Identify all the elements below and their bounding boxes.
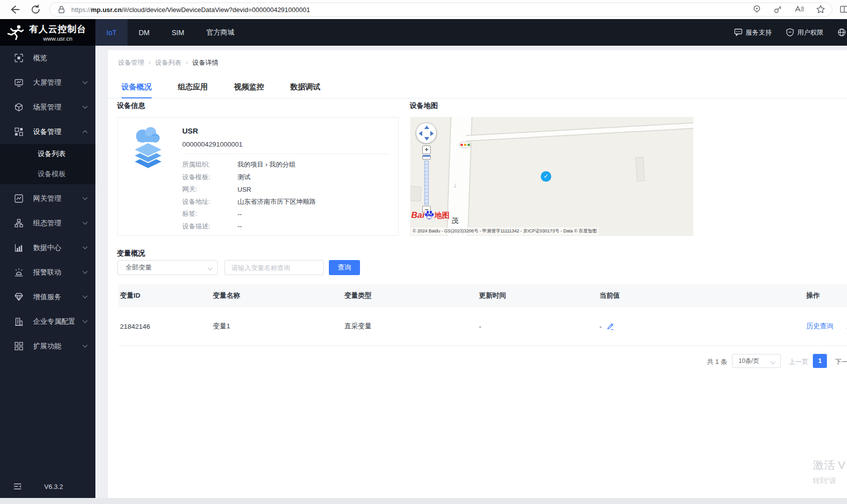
variables-title: 变量概况 [117,249,145,258]
sidebar-subitem-device-template[interactable]: 设备模板 [0,164,95,184]
user-permission-label: 用户权限 [797,28,823,37]
pan-right-icon[interactable] [430,131,434,136]
back-icon[interactable] [9,4,20,15]
next-page-button[interactable]: 下一页 [835,357,847,366]
oneway-arrow: ↓ [453,181,457,189]
location-icon[interactable] [752,5,762,14]
breadcrumb-device-list[interactable]: 设备列表 [155,58,181,67]
chevron-down-icon [83,343,88,348]
overview-icon [15,54,23,62]
browser-toolbar: https://mp.usr.cn/#/cloud/device/ViewDev… [0,0,847,19]
sidebar-item-data-center[interactable]: 数据中心 [0,235,95,260]
sidebar-item-gateway-mgmt[interactable]: 网关管理 [0,186,95,211]
field-label: 所属组织: [182,160,237,169]
baidu-logo-bai: Bai [411,210,424,220]
sidebar-item-overview[interactable]: 概览 [0,46,95,70]
edit-pencil-icon[interactable] [607,322,615,330]
sidebar-item-label: 扩展功能 [33,342,61,351]
sidebar-item-enterprise-config[interactable]: 企业专属配置 [0,309,95,334]
cell-variable-id: 21842146 [118,323,211,330]
sidebar-subitem-device-list[interactable]: 设备列表 [0,144,95,164]
building-icon [15,317,23,326]
lock-icon[interactable] [57,5,66,15]
sidebar-item-label: 数据中心 [33,243,61,253]
nav-tab-mall[interactable]: 官方商城 [195,19,246,46]
zoom-slider-track[interactable] [424,161,429,205]
pan-down-icon[interactable] [424,137,429,141]
variable-filter-select[interactable]: 全部变量 [117,260,218,275]
field-row: 网关:USR [182,183,316,196]
tab-device-overview[interactable]: 设备概况 [122,79,152,98]
url-protocol: https:// [71,6,91,14]
zoom-slider-handle[interactable] [422,155,431,160]
history-query-link[interactable]: 历史查询 [806,322,833,331]
service-support-link[interactable]: 服务支持 [734,28,772,37]
split-screen-icon[interactable] [839,5,847,14]
logo[interactable]: 有人云控制台 www.usr.cn [0,19,95,46]
sidebar-item-label: 报警联动 [33,268,61,277]
sidebar-item-label: 网关管理 [33,194,61,203]
zoom-in-button[interactable]: + [422,146,431,154]
map-building [636,157,645,182]
col-current-value: 当前值 [597,291,804,300]
collapse-sidebar-icon[interactable] [14,482,22,490]
variable-filter-value: 全部变量 [126,263,152,272]
nav-tab-dm[interactable]: DM [128,19,161,46]
tab-video-monitor[interactable]: 视频监控 [234,79,264,98]
cell-current-value: - [597,322,804,330]
device-location-marker[interactable]: ✓ [541,171,551,182]
tab-scada-app[interactable]: 组态应用 [178,79,208,98]
baidu-logo: Bai du 地图 [411,210,449,220]
usr-runner-logo-icon [7,24,24,41]
sidebar-item-scene-mgmt[interactable]: 场景管理 [0,95,95,119]
field-value: 山东省济南市历下区坤顺路 [237,197,316,206]
pan-up-icon[interactable] [424,125,429,129]
cube-icon [15,103,23,111]
url-text[interactable]: https://mp.usr.cn/#/cloud/device/ViewDev… [71,6,310,14]
sidebar-item-screen-mgmt[interactable]: 大屏管理 [0,70,95,95]
sidebar-item-extensions[interactable]: 扩展功能 [0,334,95,358]
chevron-down-icon [83,104,88,109]
grid-squares-icon [15,342,23,350]
sidebar-item-label: 增值服务 [33,293,61,302]
sidebar-item-label: 大屏管理 [33,78,61,87]
sidebar-item-device-mgmt[interactable]: 设备管理 [0,119,95,144]
nav-tab-iot[interactable]: IoT [95,19,128,46]
watermark-line1: 激活 V [813,458,845,473]
sidebar-item-alarm-linkage[interactable]: 报警联动 [0,260,95,285]
baidu-map[interactable]: ↓ + − ✓ 茂 Bai du 地图 © 2024 Baidu - GS(20… [410,117,693,236]
field-row: 标签:-- [182,208,316,220]
address-bar[interactable]: https://mp.usr.cn/#/cloud/device/ViewDev… [49,3,832,17]
alarm-siren-icon [15,268,23,277]
divider [182,154,389,154]
user-permission-link[interactable]: 用户权限 [786,28,823,37]
field-value: 我的项目 › 我的分组 [237,160,296,169]
cell-variable-name: 变量1 [211,322,342,331]
nav-tab-sim[interactable]: SIM [161,19,195,46]
chat-bubble-icon [734,28,743,37]
read-aloud-icon[interactable] [794,5,804,14]
prev-page-button[interactable]: 上一页 [789,357,808,366]
sidebar: 概览 大屏管理 场景管理 设备管理 设备列表 设备模板 网关管理 组态管理 数据… [0,46,95,498]
breadcrumb-device-mgmt[interactable]: 设备管理 [118,58,144,67]
tab-data-debug[interactable]: 数据调试 [290,79,320,98]
baidu-paw-icon: du [424,210,434,220]
key-icon[interactable] [773,5,783,14]
chevron-down-icon [83,220,88,225]
sidebar-item-value-added[interactable]: 增值服务 [0,285,95,309]
refresh-icon[interactable] [30,4,41,15]
url-host: mp.usr.cn [91,6,122,14]
globe-icon[interactable] [837,28,846,37]
sidebar-item-scada-mgmt[interactable]: 组态管理 [0,211,95,235]
favorite-star-icon[interactable] [816,5,825,14]
map-pan-control[interactable] [416,122,437,144]
window-bottom-strip [0,498,847,504]
field-value: USR [237,186,251,193]
page-size-select[interactable]: 10条/页 [732,354,781,368]
variable-search-input[interactable] [224,260,324,275]
page-1-button[interactable]: 1 [813,354,827,368]
pan-left-icon[interactable] [419,131,422,136]
chevron-down-icon [83,244,88,249]
map-road-diagonal [466,121,693,142]
query-button[interactable]: 查询 [329,260,360,275]
